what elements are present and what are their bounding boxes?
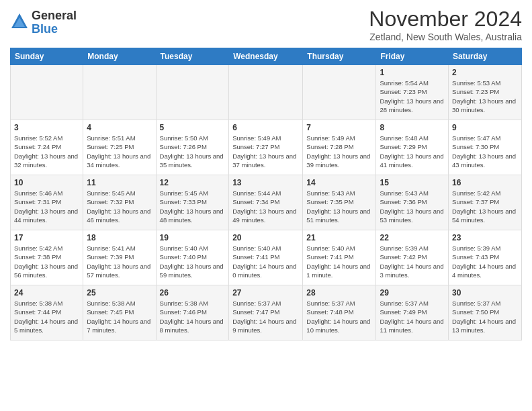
day-info: Sunrise: 5:39 AM Sunset: 7:42 PM Dayligh…	[380, 244, 445, 279]
calendar-cell: 12Sunrise: 5:45 AM Sunset: 7:33 PM Dayli…	[156, 175, 229, 230]
weekday-header-friday: Friday	[376, 48, 449, 65]
calendar-cell: 28Sunrise: 5:37 AM Sunset: 7:48 PM Dayli…	[303, 285, 376, 340]
day-number: 23	[452, 233, 518, 242]
day-number: 17	[14, 233, 79, 242]
day-info: Sunrise: 5:52 AM Sunset: 7:24 PM Dayligh…	[14, 134, 79, 169]
calendar-cell: 2Sunrise: 5:53 AM Sunset: 7:23 PM Daylig…	[449, 65, 522, 120]
calendar-cell: 30Sunrise: 5:37 AM Sunset: 7:50 PM Dayli…	[449, 285, 522, 340]
day-info: Sunrise: 5:43 AM Sunset: 7:35 PM Dayligh…	[306, 189, 372, 224]
day-info: Sunrise: 5:47 AM Sunset: 7:30 PM Dayligh…	[452, 134, 518, 169]
day-number: 13	[232, 178, 299, 187]
calendar-cell: 17Sunrise: 5:42 AM Sunset: 7:38 PM Dayli…	[11, 230, 83, 285]
day-number: 21	[306, 233, 372, 242]
calendar-cell	[156, 65, 229, 120]
weekday-header-thursday: Thursday	[303, 48, 376, 65]
logo: General Blue	[10, 9, 77, 36]
day-number: 25	[87, 288, 152, 298]
day-number: 9	[452, 123, 518, 132]
day-number: 16	[452, 178, 518, 187]
calendar-cell: 24Sunrise: 5:38 AM Sunset: 7:44 PM Dayli…	[11, 285, 83, 340]
calendar-cell: 26Sunrise: 5:38 AM Sunset: 7:46 PM Dayli…	[156, 285, 229, 340]
logo-general: General	[32, 9, 77, 23]
calendar-cell: 7Sunrise: 5:49 AM Sunset: 7:28 PM Daylig…	[303, 120, 376, 175]
calendar-table: SundayMondayTuesdayWednesdayThursdayFrid…	[10, 48, 522, 340]
day-number: 2	[452, 68, 518, 77]
subtitle: Zetland, New South Wales, Australia	[369, 32, 522, 42]
calendar-cell: 19Sunrise: 5:40 AM Sunset: 7:40 PM Dayli…	[156, 230, 229, 285]
calendar-cell: 16Sunrise: 5:42 AM Sunset: 7:37 PM Dayli…	[449, 175, 522, 230]
calendar-cell: 9Sunrise: 5:47 AM Sunset: 7:30 PM Daylig…	[449, 120, 522, 175]
day-number: 24	[14, 288, 79, 298]
calendar-cell: 18Sunrise: 5:41 AM Sunset: 7:39 PM Dayli…	[83, 230, 156, 285]
day-info: Sunrise: 5:40 AM Sunset: 7:41 PM Dayligh…	[306, 244, 372, 279]
logo-icon	[10, 12, 29, 31]
calendar-cell: 3Sunrise: 5:52 AM Sunset: 7:24 PM Daylig…	[11, 120, 83, 175]
day-number: 26	[160, 288, 226, 298]
day-info: Sunrise: 5:51 AM Sunset: 7:25 PM Dayligh…	[87, 134, 152, 169]
calendar-cell: 14Sunrise: 5:43 AM Sunset: 7:35 PM Dayli…	[303, 175, 376, 230]
day-number: 27	[232, 288, 299, 298]
day-info: Sunrise: 5:37 AM Sunset: 7:47 PM Dayligh…	[232, 299, 299, 334]
day-info: Sunrise: 5:49 AM Sunset: 7:27 PM Dayligh…	[232, 134, 299, 169]
day-number: 5	[160, 123, 226, 132]
day-info: Sunrise: 5:40 AM Sunset: 7:40 PM Dayligh…	[160, 244, 226, 279]
calendar-cell	[11, 65, 83, 120]
weekday-header-tuesday: Tuesday	[156, 48, 229, 65]
day-info: Sunrise: 5:48 AM Sunset: 7:29 PM Dayligh…	[380, 134, 445, 169]
day-info: Sunrise: 5:53 AM Sunset: 7:23 PM Dayligh…	[452, 79, 518, 114]
calendar-week-3: 10Sunrise: 5:46 AM Sunset: 7:31 PM Dayli…	[11, 175, 522, 230]
calendar-cell: 29Sunrise: 5:37 AM Sunset: 7:49 PM Dayli…	[376, 285, 449, 340]
calendar-cell: 4Sunrise: 5:51 AM Sunset: 7:25 PM Daylig…	[83, 120, 156, 175]
day-number: 11	[87, 178, 152, 187]
calendar-cell: 21Sunrise: 5:40 AM Sunset: 7:41 PM Dayli…	[303, 230, 376, 285]
day-info: Sunrise: 5:44 AM Sunset: 7:34 PM Dayligh…	[232, 189, 299, 224]
calendar-cell: 23Sunrise: 5:39 AM Sunset: 7:43 PM Dayli…	[449, 230, 522, 285]
day-info: Sunrise: 5:37 AM Sunset: 7:49 PM Dayligh…	[380, 299, 445, 334]
weekday-header-monday: Monday	[83, 48, 156, 65]
weekday-row: SundayMondayTuesdayWednesdayThursdayFrid…	[11, 48, 522, 65]
day-number: 14	[306, 178, 372, 187]
day-number: 10	[14, 178, 79, 187]
month-title: November 2024	[369, 7, 522, 32]
calendar-cell	[83, 65, 156, 120]
calendar-cell	[303, 65, 376, 120]
calendar-cell	[229, 65, 303, 120]
calendar-cell: 25Sunrise: 5:38 AM Sunset: 7:45 PM Dayli…	[83, 285, 156, 340]
calendar-cell: 1Sunrise: 5:54 AM Sunset: 7:23 PM Daylig…	[376, 65, 449, 120]
day-info: Sunrise: 5:39 AM Sunset: 7:43 PM Dayligh…	[452, 244, 518, 279]
day-number: 19	[160, 233, 226, 242]
day-info: Sunrise: 5:45 AM Sunset: 7:32 PM Dayligh…	[87, 189, 152, 224]
day-info: Sunrise: 5:54 AM Sunset: 7:23 PM Dayligh…	[380, 79, 445, 114]
calendar-cell: 22Sunrise: 5:39 AM Sunset: 7:42 PM Dayli…	[376, 230, 449, 285]
day-info: Sunrise: 5:42 AM Sunset: 7:37 PM Dayligh…	[452, 189, 518, 224]
day-number: 4	[87, 123, 152, 132]
calendar-week-4: 17Sunrise: 5:42 AM Sunset: 7:38 PM Dayli…	[11, 230, 522, 285]
header: General Blue November 2024 Zetland, New …	[10, 7, 522, 42]
day-info: Sunrise: 5:38 AM Sunset: 7:46 PM Dayligh…	[160, 299, 226, 334]
calendar-header: SundayMondayTuesdayWednesdayThursdayFrid…	[11, 48, 522, 65]
calendar-cell: 10Sunrise: 5:46 AM Sunset: 7:31 PM Dayli…	[11, 175, 83, 230]
day-info: Sunrise: 5:38 AM Sunset: 7:45 PM Dayligh…	[87, 299, 152, 334]
day-info: Sunrise: 5:41 AM Sunset: 7:39 PM Dayligh…	[87, 244, 152, 279]
day-number: 6	[232, 123, 299, 132]
day-number: 15	[380, 178, 445, 187]
calendar-week-5: 24Sunrise: 5:38 AM Sunset: 7:44 PM Dayli…	[11, 285, 522, 340]
logo-blue: Blue	[32, 23, 77, 36]
day-number: 18	[87, 233, 152, 242]
day-info: Sunrise: 5:45 AM Sunset: 7:33 PM Dayligh…	[160, 189, 226, 224]
calendar-body: 1Sunrise: 5:54 AM Sunset: 7:23 PM Daylig…	[11, 65, 522, 340]
day-info: Sunrise: 5:38 AM Sunset: 7:44 PM Dayligh…	[14, 299, 79, 334]
calendar-cell: 8Sunrise: 5:48 AM Sunset: 7:29 PM Daylig…	[376, 120, 449, 175]
day-number: 22	[380, 233, 445, 242]
calendar-cell: 13Sunrise: 5:44 AM Sunset: 7:34 PM Dayli…	[229, 175, 303, 230]
day-number: 3	[14, 123, 79, 132]
day-number: 29	[380, 288, 445, 298]
day-info: Sunrise: 5:46 AM Sunset: 7:31 PM Dayligh…	[14, 189, 79, 224]
calendar-cell: 11Sunrise: 5:45 AM Sunset: 7:32 PM Dayli…	[83, 175, 156, 230]
day-info: Sunrise: 5:43 AM Sunset: 7:36 PM Dayligh…	[380, 189, 445, 224]
weekday-header-wednesday: Wednesday	[229, 48, 303, 65]
page: General Blue November 2024 Zetland, New …	[0, 0, 532, 411]
calendar-week-2: 3Sunrise: 5:52 AM Sunset: 7:24 PM Daylig…	[11, 120, 522, 175]
day-info: Sunrise: 5:37 AM Sunset: 7:50 PM Dayligh…	[452, 299, 518, 334]
day-number: 8	[380, 123, 445, 132]
